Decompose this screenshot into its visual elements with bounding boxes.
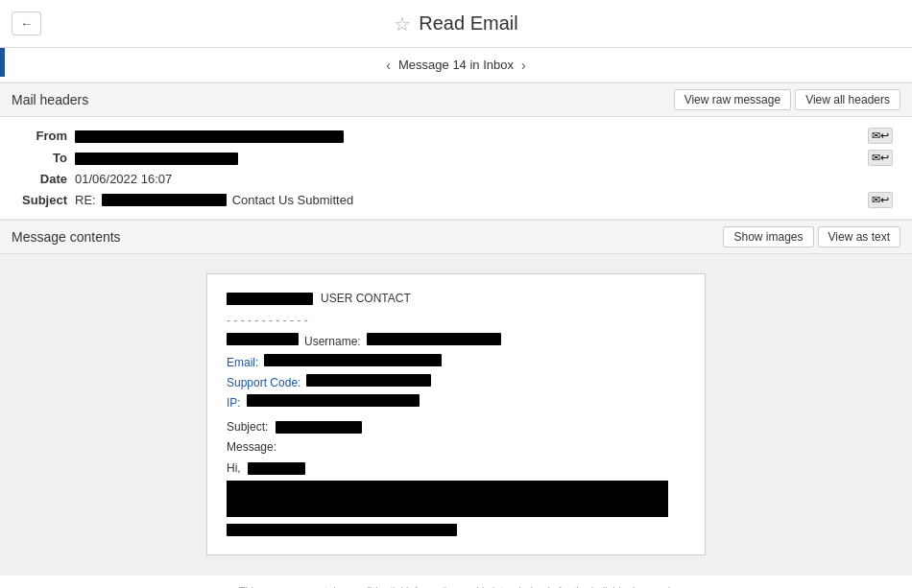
- top-bar: ← ☆ Read Email: [0, 0, 912, 48]
- username-label: Username:: [304, 333, 361, 351]
- prev-message-button[interactable]: ‹: [386, 58, 391, 73]
- sidebar-indicator: [0, 48, 5, 77]
- message-contents-title: Message contents: [12, 229, 121, 245]
- date-label: Date: [19, 172, 67, 186]
- subject-icons: ✉↩: [868, 192, 893, 208]
- support-label: Support Code:: [227, 374, 300, 392]
- mail-headers-section-header: Mail headers View raw message View all h…: [0, 82, 912, 117]
- reply-icon: ✉↩: [872, 129, 889, 142]
- to-label: To: [19, 151, 67, 165]
- to-reply-button[interactable]: ✉↩: [868, 150, 893, 166]
- to-icons: ✉↩: [868, 150, 893, 166]
- from-icons: ✉↩: [868, 128, 893, 144]
- msg-subject-row: Subject:: [227, 418, 685, 436]
- view-as-text-button[interactable]: View as text: [818, 226, 900, 247]
- msg-dashed: - - - - - - - - - - - -: [227, 312, 685, 330]
- msg-message-label: Message:: [227, 438, 685, 457]
- headers-area: From ✉↩ To ✉↩ Date: [0, 117, 912, 220]
- date-header-row: Date 01/06/2022 16:07: [0, 169, 912, 189]
- view-raw-message-button[interactable]: View raw message: [674, 89, 792, 110]
- footer-redacted: [227, 524, 457, 536]
- msg-email-row: Email:: [227, 354, 685, 372]
- reply-icon-2: ✉↩: [872, 152, 889, 164]
- msg-support-row: Support Code:: [227, 374, 685, 392]
- page-title-text: Read Email: [419, 12, 517, 35]
- mail-headers-buttons: View raw message View all headers: [674, 89, 900, 110]
- subject-reply-button[interactable]: ✉↩: [868, 192, 893, 208]
- to-header-row: To ✉↩: [0, 147, 912, 169]
- message-navigation: ‹ Message 14 in Inbox ›: [0, 48, 912, 82]
- heading-suffix: USER CONTACT: [321, 290, 411, 308]
- to-value: [75, 151, 860, 165]
- from-header-row: From ✉↩: [0, 125, 912, 147]
- email-value-redacted: [264, 354, 442, 366]
- message-box: USER CONTACT - - - - - - - - - - - - Use…: [206, 273, 706, 555]
- reply-icon-3: ✉↩: [872, 194, 889, 206]
- message-area: USER CONTACT - - - - - - - - - - - - Use…: [0, 254, 912, 575]
- date-value: 01/06/2022 16:07: [75, 172, 893, 186]
- subject-suffix: Contact Us Submitted: [232, 193, 353, 207]
- message-contents-buttons: Show images View as text: [723, 226, 900, 247]
- hi-text: Hi,: [227, 461, 241, 475]
- to-redacted: [75, 153, 238, 165]
- message-contents-section-header: Message contents Show images View as tex…: [0, 220, 912, 254]
- msg-subject-value-redacted: [276, 421, 362, 434]
- msg-subject-label: Subject: [227, 420, 265, 434]
- subject-header-row: Subject RE: Contact Us Submitted ✉↩: [0, 189, 912, 211]
- footer: This message contains confidential infor…: [0, 575, 912, 588]
- message-body-redacted: [227, 481, 668, 517]
- support-value-redacted: [306, 374, 431, 387]
- from-label: From: [19, 129, 67, 143]
- hi-redacted: [248, 462, 305, 475]
- page-title: ☆ Read Email: [394, 12, 517, 35]
- msg-heading: USER CONTACT: [227, 290, 685, 308]
- mail-headers-title: Mail headers: [12, 92, 88, 107]
- back-arrow-icon: ←: [20, 16, 33, 31]
- email-label: Email:: [227, 354, 258, 372]
- msg-footer-redacted-row: [227, 521, 685, 539]
- username-prefix-redacted: [227, 333, 299, 345]
- msg-ip-row: IP:: [227, 394, 685, 412]
- msg-hi: Hi,: [227, 459, 685, 478]
- heading-redacted: [227, 293, 313, 305]
- show-images-button[interactable]: Show images: [723, 226, 813, 247]
- back-button[interactable]: ←: [12, 12, 41, 35]
- main-content: Mail headers View raw message View all h…: [0, 82, 912, 588]
- subject-prefix: RE:: [75, 193, 96, 207]
- username-value-redacted: [367, 333, 501, 345]
- subject-value: RE: Contact Us Submitted: [75, 193, 860, 207]
- ip-label: IP:: [227, 394, 241, 412]
- ip-value-redacted: [247, 394, 420, 407]
- msg-subject-colon: :: [265, 420, 268, 434]
- subject-label: Subject: [19, 193, 67, 207]
- star-icon[interactable]: ☆: [394, 12, 411, 35]
- subject-redacted: [102, 194, 227, 206]
- from-reply-button[interactable]: ✉↩: [868, 128, 893, 144]
- from-redacted: [75, 130, 344, 143]
- view-all-headers-button[interactable]: View all headers: [795, 89, 900, 110]
- date-text: 01/06/2022 16:07: [75, 172, 172, 186]
- message-position-label: Message 14 in Inbox: [398, 58, 514, 72]
- msg-username-row: Username:: [227, 333, 685, 351]
- from-value: [75, 129, 860, 143]
- next-message-button[interactable]: ›: [521, 58, 526, 73]
